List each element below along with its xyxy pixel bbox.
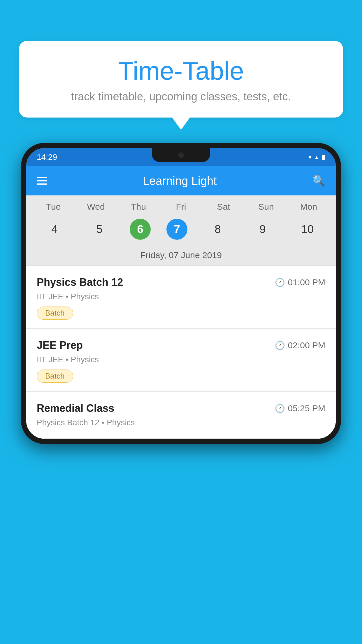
calendar-strip: Tue Wed Thu Fri Sat Sun Mon 4 5 6 7 8 9 … bbox=[26, 195, 336, 266]
app-title: Learning Light bbox=[143, 174, 217, 188]
clock-icon-3: 🕐 bbox=[275, 404, 285, 413]
schedule-list: Physics Batch 12 🕐 01:00 PM IIT JEE • Ph… bbox=[26, 266, 336, 439]
schedule-item-header-3: Remedial Class 🕐 05:25 PM bbox=[37, 402, 325, 414]
phone-camera bbox=[178, 152, 184, 158]
day-9[interactable]: 9 bbox=[248, 218, 277, 241]
day-label-sat[interactable]: Sat bbox=[209, 202, 238, 212]
signal-icon: ▴ bbox=[315, 153, 318, 161]
clock-icon-1: 🕐 bbox=[275, 278, 285, 287]
schedule-title-3: Remedial Class bbox=[37, 402, 114, 414]
schedule-item-header-1: Physics Batch 12 🕐 01:00 PM bbox=[37, 276, 325, 288]
day-4[interactable]: 4 bbox=[40, 218, 69, 241]
phone-screen: 14:29 ▾ ▴ ▮ Learning Light 🔍 bbox=[26, 148, 336, 439]
schedule-time-3: 🕐 05:25 PM bbox=[275, 403, 325, 413]
day-5[interactable]: 5 bbox=[85, 218, 114, 241]
day-label-fri[interactable]: Fri bbox=[166, 202, 196, 212]
day-headers: Tue Wed Thu Fri Sat Sun Mon bbox=[26, 195, 336, 215]
schedule-item-3[interactable]: Remedial Class 🕐 05:25 PM Physics Batch … bbox=[26, 392, 336, 439]
schedule-item-2[interactable]: JEE Prep 🕐 02:00 PM IIT JEE • Physics Ba… bbox=[26, 329, 336, 392]
bubble-subtitle: track timetable, upcoming classes, tests… bbox=[36, 90, 326, 103]
day-label-mon[interactable]: Mon bbox=[294, 202, 323, 212]
app-bar: Learning Light 🔍 bbox=[26, 166, 336, 195]
day-label-wed[interactable]: Wed bbox=[81, 202, 110, 212]
day-7-selected[interactable]: 7 bbox=[166, 219, 187, 240]
time-value-3: 05:25 PM bbox=[288, 403, 325, 413]
time-value-1: 01:00 PM bbox=[288, 277, 325, 287]
batch-badge-2: Batch bbox=[37, 370, 73, 383]
day-label-sun[interactable]: Sun bbox=[252, 202, 281, 212]
battery-icon: ▮ bbox=[322, 153, 325, 161]
schedule-title-1: Physics Batch 12 bbox=[37, 276, 123, 288]
day-6-today[interactable]: 6 bbox=[130, 219, 151, 240]
schedule-time-1: 🕐 01:00 PM bbox=[275, 277, 325, 287]
schedule-title-2: JEE Prep bbox=[37, 339, 83, 351]
phone-notch bbox=[152, 148, 210, 162]
day-10[interactable]: 10 bbox=[293, 218, 322, 241]
day-8[interactable]: 8 bbox=[203, 218, 232, 241]
phone-container: 14:29 ▾ ▴ ▮ Learning Light 🔍 bbox=[21, 143, 341, 444]
schedule-item-1[interactable]: Physics Batch 12 🕐 01:00 PM IIT JEE • Ph… bbox=[26, 266, 336, 329]
selected-date-label: Friday, 07 June 2019 bbox=[26, 247, 336, 266]
schedule-time-2: 🕐 02:00 PM bbox=[275, 340, 325, 350]
day-label-tue[interactable]: Tue bbox=[39, 202, 68, 212]
wifi-icon: ▾ bbox=[308, 153, 312, 161]
hamburger-icon[interactable] bbox=[37, 177, 47, 185]
search-icon[interactable]: 🔍 bbox=[312, 175, 325, 187]
schedule-sub-1: IIT JEE • Physics bbox=[37, 292, 325, 301]
speech-bubble-container: Time-Table track timetable, upcoming cla… bbox=[19, 41, 343, 118]
phone-frame: 14:29 ▾ ▴ ▮ Learning Light 🔍 bbox=[21, 143, 341, 444]
day-numbers: 4 5 6 7 8 9 10 bbox=[26, 215, 336, 247]
day-label-thu[interactable]: Thu bbox=[124, 202, 153, 212]
schedule-sub-3: Physics Batch 12 • Physics bbox=[37, 418, 325, 427]
speech-bubble: Time-Table track timetable, upcoming cla… bbox=[19, 41, 343, 118]
status-icons: ▾ ▴ ▮ bbox=[308, 153, 325, 161]
status-time: 14:29 bbox=[37, 153, 57, 162]
schedule-item-header-2: JEE Prep 🕐 02:00 PM bbox=[37, 339, 325, 351]
bubble-title: Time-Table bbox=[36, 57, 326, 85]
schedule-sub-2: IIT JEE • Physics bbox=[37, 355, 325, 364]
clock-icon-2: 🕐 bbox=[275, 341, 285, 350]
time-value-2: 02:00 PM bbox=[288, 340, 325, 350]
batch-badge-1: Batch bbox=[37, 307, 73, 320]
